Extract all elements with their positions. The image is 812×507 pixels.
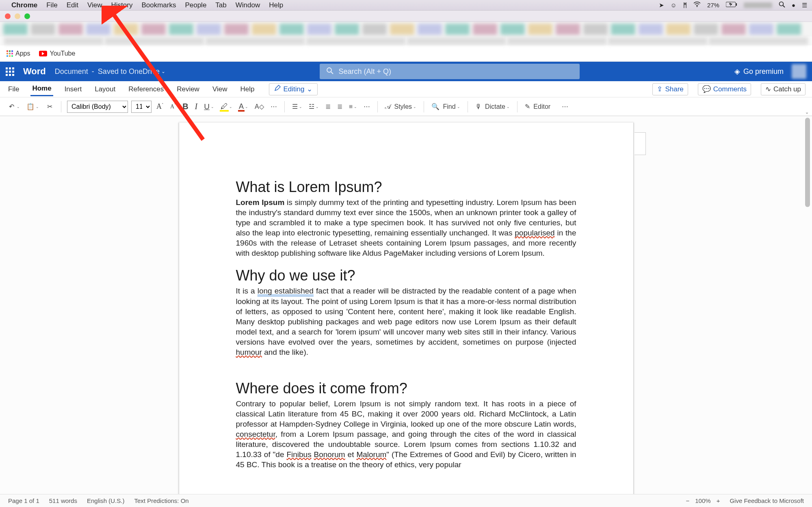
svg-rect-2 <box>736 3 737 6</box>
menu-tab[interactable]: Tab <box>215 1 226 9</box>
tab-insert[interactable]: Insert <box>63 83 84 96</box>
menu-app-chrome[interactable]: Chrome <box>11 1 37 9</box>
zoom-in-button[interactable]: + <box>717 497 720 504</box>
menu-window[interactable]: Window <box>236 1 260 9</box>
status-text-predictions[interactable]: Text Predictions: On <box>134 497 188 504</box>
wifi-icon[interactable] <box>693 2 701 9</box>
mic-icon: 🎙 <box>475 103 482 110</box>
menu-help[interactable]: Help <box>269 1 283 9</box>
battery-icon[interactable] <box>726 2 737 9</box>
shrink-font-button[interactable]: A˅ <box>169 102 178 111</box>
bookmarks-youtube[interactable]: YouTube <box>39 50 75 57</box>
word-header: Word Document - Saved to OneDrive ⌄ Sear… <box>0 62 812 81</box>
styles-label: Styles <box>394 103 412 110</box>
window-zoom-button[interactable] <box>24 13 30 19</box>
status-word-count[interactable]: 511 words <box>49 497 77 504</box>
styles-button[interactable]: 𝒜 Styles⌄ <box>383 102 418 111</box>
svg-point-0 <box>697 6 698 7</box>
increase-indent-button[interactable]: ≣ <box>336 102 344 111</box>
page[interactable]: What is Lorem Ipsum? Lorem Ipsum is simp… <box>179 123 634 507</box>
align-button[interactable]: ≡⌄ <box>347 102 359 111</box>
battery-percent: 27% <box>707 2 719 9</box>
editor-button[interactable]: ✎ Editor <box>523 102 552 111</box>
account-avatar[interactable] <box>792 64 806 79</box>
menu-history[interactable]: History <box>111 1 132 9</box>
format-painter-button[interactable]: ✂ <box>44 102 55 111</box>
window-close-button[interactable] <box>5 13 11 19</box>
highlight-color-button[interactable]: 🖊⌄ <box>219 101 234 112</box>
tab-review[interactable]: Review <box>175 83 201 96</box>
catch-up-button[interactable]: ∿ Catch up <box>761 83 806 95</box>
tray-m-icon[interactable]: ᛗ <box>683 2 687 9</box>
status-page[interactable]: Page 1 of 1 <box>8 497 39 504</box>
tab-layout[interactable]: Layout <box>93 83 117 96</box>
vertical-scrollbar[interactable] <box>804 116 811 507</box>
bookmarks-apps[interactable]: Apps <box>6 50 30 57</box>
tab-file[interactable]: File <box>6 83 21 96</box>
paragraph-1[interactable]: Lorem Ipsum is simply dummy text of the … <box>236 197 576 258</box>
heading-3[interactable]: Where does it come from? <box>236 380 576 397</box>
scrollbar-thumb[interactable] <box>805 118 810 207</box>
comments-label: Comments <box>713 85 747 93</box>
find-button[interactable]: 🔍 Find⌄ <box>430 102 462 111</box>
spotlight-icon[interactable] <box>779 1 785 9</box>
status-language[interactable]: English (U.S.) <box>87 497 125 504</box>
bulleted-list-button[interactable]: ☰⌄ <box>290 102 304 111</box>
undo-button[interactable]: ↶⌄ <box>6 102 22 111</box>
bold-button[interactable]: B <box>181 101 190 112</box>
app-launcher-icon[interactable] <box>6 67 14 76</box>
collapse-ribbon-button[interactable]: ⌄ <box>805 110 809 115</box>
tray-icon[interactable]: ➤ <box>659 2 664 9</box>
editing-label: Editing <box>283 85 304 93</box>
share-button[interactable]: ⇪ Share <box>652 83 688 95</box>
tray-face-icon[interactable]: ☺ <box>671 2 677 9</box>
font-family-select[interactable]: Calibri (Body) <box>67 101 128 113</box>
clear-formatting-button[interactable]: A◇ <box>253 102 266 111</box>
paragraph-2[interactable]: It is a long established fact that a rea… <box>236 286 576 357</box>
share-label: Share <box>665 85 683 93</box>
tab-view[interactable]: View <box>211 83 229 96</box>
zoom-out-button[interactable]: − <box>686 497 690 504</box>
document-title-area[interactable]: Document - Saved to OneDrive ⌄ <box>55 67 165 76</box>
menu-view[interactable]: View <box>87 1 102 9</box>
font-color-button[interactable]: A⌄ <box>237 101 250 112</box>
comments-button[interactable]: 💬 Comments <box>698 83 751 95</box>
comment-icon: 💬 <box>702 85 711 93</box>
menu-file[interactable]: File <box>46 1 57 9</box>
more-paragraph-button[interactable]: ⋯ <box>362 102 372 111</box>
mode-editing-dropdown[interactable]: Editing ⌄ <box>269 83 318 95</box>
paragraph-3[interactable]: Contrary to popular belief, Lorem Ipsum … <box>236 399 576 470</box>
decrease-indent-button[interactable]: ≣ <box>324 102 332 111</box>
paste-button[interactable]: 📋⌄ <box>25 102 41 111</box>
tab-home[interactable]: Home <box>30 82 53 96</box>
browser-tabs-blurred <box>0 22 812 37</box>
menu-people[interactable]: People <box>185 1 206 9</box>
app-name[interactable]: Word <box>23 66 46 77</box>
numbered-list-button[interactable]: ☳⌄ <box>307 102 320 111</box>
window-minimize-button[interactable] <box>15 13 20 19</box>
control-center-icon[interactable]: ☰ <box>802 2 807 9</box>
ribbon-overflow-button[interactable]: ⋯ <box>560 102 570 111</box>
zoom-level[interactable]: 100% <box>695 497 710 504</box>
underline-button[interactable]: U⌄ <box>202 101 216 112</box>
document-canvas[interactable]: What is Lorem Ipsum? Lorem Ipsum is simp… <box>0 116 812 507</box>
find-label: Find <box>443 103 456 110</box>
share-icon: ⇪ <box>657 85 663 93</box>
dictate-button[interactable]: 🎙 Dictate⌄ <box>474 102 511 111</box>
font-size-select[interactable]: 11 <box>131 101 152 113</box>
menu-bookmarks[interactable]: Bookmarks <box>141 1 176 9</box>
tab-help[interactable]: Help <box>238 83 256 96</box>
feedback-link[interactable]: Give Feedback to Microsoft <box>730 497 804 504</box>
more-font-button[interactable]: ⋯ <box>269 102 279 111</box>
chevron-down-icon: ⌄ <box>161 69 165 74</box>
italic-button[interactable]: I <box>193 101 199 112</box>
heading-2[interactable]: Why do we use it? <box>236 267 576 284</box>
go-premium-button[interactable]: ◈ Go premium <box>734 67 784 76</box>
heading-1[interactable]: What is Lorem Ipsum? <box>236 179 576 196</box>
grow-font-button[interactable]: A˄ <box>155 101 165 112</box>
go-premium-label: Go premium <box>743 67 784 76</box>
siri-icon[interactable]: ● <box>792 2 795 9</box>
menu-edit[interactable]: Edit <box>67 1 78 9</box>
tab-references[interactable]: References <box>127 83 165 96</box>
search-box[interactable]: Search (Alt + Q) <box>320 64 580 79</box>
